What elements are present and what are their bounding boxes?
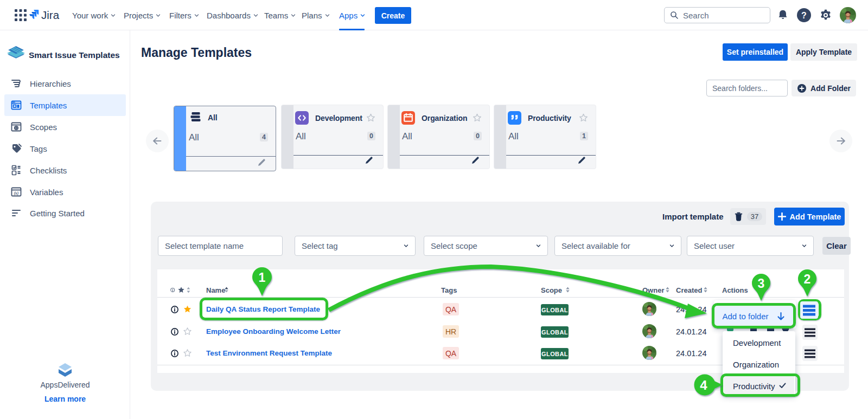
- svg-text:(x): (x): [14, 191, 19, 196]
- svg-text:?: ?: [801, 11, 807, 20]
